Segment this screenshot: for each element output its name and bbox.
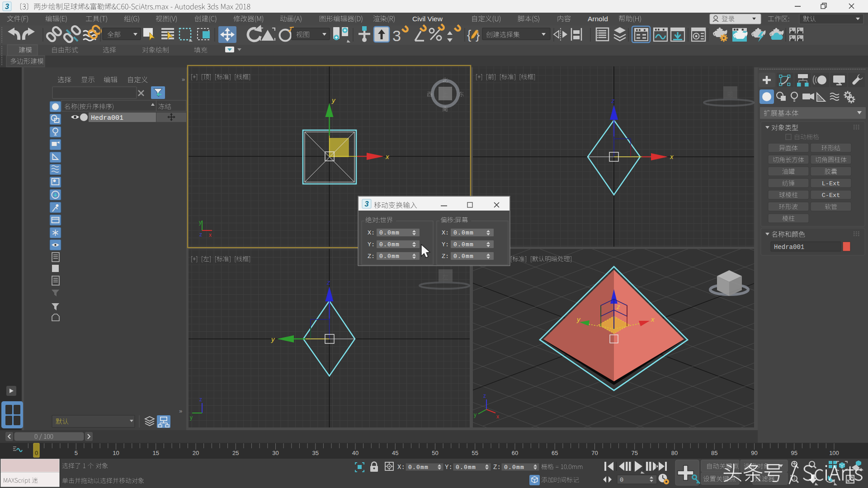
svg-text:40: 40 [352,450,359,456]
svg-text:0.0mm: 0.0mm [453,253,474,260]
svg-text:Z:: Z: [493,464,501,471]
svg-text:60: 60 [512,450,518,456]
svg-text:Z:: Z: [368,253,375,260]
svg-text:y: y [474,412,476,418]
svg-text:Hedra001: Hedra001 [774,244,804,251]
svg-text:X:: X: [368,230,375,236]
svg-text:z: z [483,393,486,399]
svg-text:20: 20 [193,450,199,456]
svg-text:0.0mm: 0.0mm [504,464,524,471]
svg-text:z: z [326,278,330,286]
svg-text:0.0mm: 0.0mm [408,464,429,471]
svg-text:25: 25 [232,450,239,456]
svg-text:z: z [611,97,615,104]
svg-text:y: y [199,219,202,225]
svg-text:0.0mm: 0.0mm [379,253,400,260]
svg-text:0.0mm: 0.0mm [379,241,400,248]
svg-text:{: { [467,28,471,42]
svg-text:Arnold: Arnold [588,15,608,23]
svg-text:C-Ext: C-Ext [822,192,840,199]
svg-text:80: 80 [671,450,678,456]
svg-text:100: 100 [829,450,839,456]
svg-text:10: 10 [113,450,119,456]
svg-text:x: x [651,315,655,323]
svg-text:3: 3 [392,27,401,44]
svg-text:Hedra001: Hedra001 [91,114,123,122]
svg-text:x: x [496,413,499,420]
svg-text:75: 75 [632,450,638,456]
svg-text:y: y [190,414,193,421]
svg-text:L-Ext: L-Ext [822,180,840,187]
svg-text:45: 45 [392,450,398,456]
svg-text:5: 5 [75,450,78,456]
svg-text:65: 65 [552,450,558,456]
svg-text:z: z [616,303,620,310]
svg-text:50: 50 [432,450,438,456]
svg-text:x: x [670,153,674,160]
svg-text:z: z [199,396,202,403]
svg-text:Y:: Y: [442,241,449,248]
svg-text:X:: X: [442,230,449,236]
svg-text:3: 3 [5,3,9,10]
svg-text:z: z [199,231,202,238]
svg-text:Y:: Y: [445,464,453,471]
svg-text:Y:: Y: [368,241,375,248]
svg-text:95: 95 [791,450,797,456]
svg-text:0.0mm: 0.0mm [453,230,474,236]
svg-text:0.0mm: 0.0mm [379,230,400,236]
svg-text:0.0mm: 0.0mm [453,241,474,248]
svg-text:55: 55 [472,450,478,456]
svg-text:0: 0 [35,450,38,456]
svg-text:90: 90 [751,450,757,456]
svg-text:30: 30 [272,450,278,456]
svg-text:x: x [385,153,389,160]
svg-text:Civil View: Civil View [412,15,443,23]
svg-text:70: 70 [591,450,598,456]
svg-text:0.0mm: 0.0mm [456,464,476,471]
svg-text:35: 35 [312,450,319,456]
svg-text:3: 3 [365,200,369,208]
svg-text:0: 0 [620,477,623,483]
svg-text:x: x [209,232,212,238]
svg-text:»: » [179,408,182,414]
svg-text:15: 15 [153,450,159,456]
svg-text:X:: X: [397,464,405,471]
svg-text:Z:: Z: [442,253,449,260]
svg-text:85: 85 [711,450,717,456]
svg-text:»: » [182,76,185,83]
